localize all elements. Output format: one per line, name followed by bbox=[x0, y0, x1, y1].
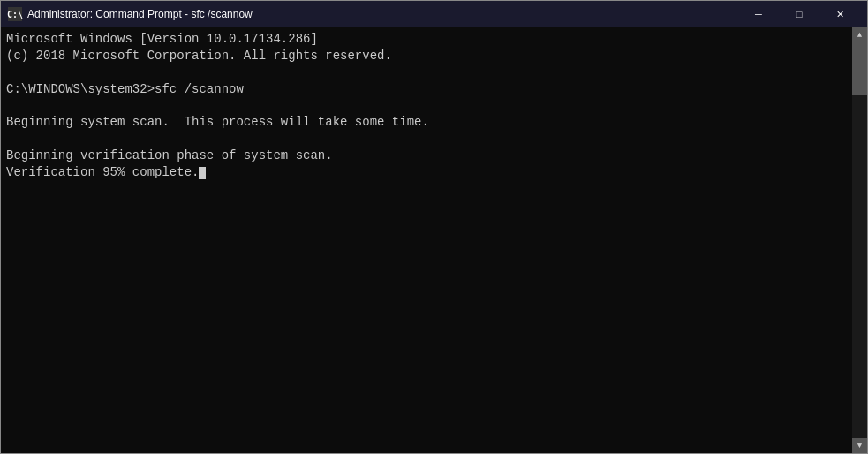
cmd-window: C:\ Administrator: Command Prompt - sfc … bbox=[0, 0, 868, 454]
scroll-up-button[interactable]: ▲ bbox=[852, 27, 867, 42]
title-bar: C:\ Administrator: Command Prompt - sfc … bbox=[1, 1, 867, 27]
scrollbar[interactable]: ▲ ▼ bbox=[852, 27, 867, 453]
console-area[interactable]: Microsoft Windows [Version 10.0.17134.28… bbox=[1, 27, 867, 453]
scrollbar-thumb[interactable] bbox=[852, 42, 867, 95]
window-icon: C:\ bbox=[8, 7, 22, 21]
close-button[interactable]: ✕ bbox=[819, 1, 860, 27]
scrollbar-track[interactable] bbox=[852, 42, 867, 438]
window-controls: ─ □ ✕ bbox=[738, 1, 860, 27]
minimize-button[interactable]: ─ bbox=[738, 1, 779, 27]
cursor-block bbox=[199, 167, 206, 179]
scroll-down-button[interactable]: ▼ bbox=[852, 438, 867, 453]
maximize-button[interactable]: □ bbox=[779, 1, 819, 27]
window-title: Administrator: Command Prompt - sfc /sca… bbox=[27, 8, 738, 20]
console-output[interactable]: Microsoft Windows [Version 10.0.17134.28… bbox=[1, 27, 852, 453]
